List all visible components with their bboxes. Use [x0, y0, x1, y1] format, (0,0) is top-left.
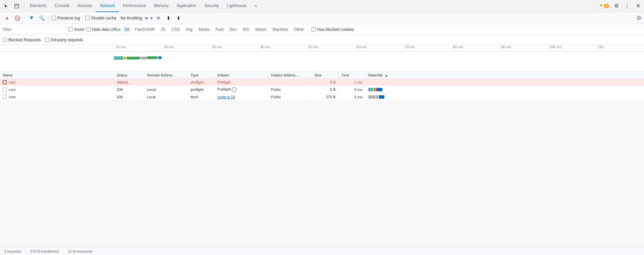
tick-60ms: 60 ms: [355, 45, 403, 49]
close-devtools-btn[interactable]: ✕: [633, 1, 643, 11]
table-row[interactable]: cors 200 Local preflight Preflight ↑ Pub…: [0, 86, 644, 94]
col-header-time[interactable]: Time: [338, 72, 365, 79]
filter-type-all[interactable]: All: [123, 27, 131, 33]
tab-application[interactable]: Application: [173, 0, 200, 12]
cell-init-addr-3: Public: [268, 94, 312, 101]
tab-memory[interactable]: Memory: [150, 0, 173, 12]
filter-type-font[interactable]: Font: [213, 27, 226, 33]
blocked-requests-checkbox[interactable]: [3, 38, 7, 42]
tab-security[interactable]: Security: [200, 0, 223, 12]
checkbox-square-icon2: [3, 95, 7, 99]
filter-bar2: Blocked Requests 3rd-party requests: [0, 35, 644, 45]
initiator-link[interactable]: script.js:19: [217, 95, 235, 99]
col-header-status[interactable]: Status: [114, 72, 144, 79]
cursor-icon-btn[interactable]: [1, 1, 11, 11]
cell-status-1: (failed)…: [114, 79, 144, 86]
timeline-bar-group1: [114, 56, 147, 60]
filter-sep1: [66, 27, 66, 33]
preflight-refresh-icon: ↑: [232, 87, 237, 92]
third-party-label[interactable]: 3rd-party requests: [45, 38, 83, 42]
cell-status-2: 200: [114, 86, 144, 94]
filter-type-doc[interactable]: Doc: [228, 27, 239, 33]
tick-80ms: 80 ms: [451, 45, 500, 49]
tick-40ms: 40 ms: [258, 45, 307, 49]
col-header-type[interactable]: Type: [188, 72, 214, 79]
invert-checkbox[interactable]: [69, 27, 73, 32]
sep1: [24, 15, 24, 21]
table-wrapper: Name Status Remote Addres… Type Initiato…: [0, 72, 644, 223]
hide-data-urls-label[interactable]: Hide data URLs: [86, 27, 121, 32]
clear-btn[interactable]: 🚫: [13, 14, 21, 22]
cell-remote-2: Local: [144, 86, 188, 94]
filter-type-css[interactable]: CSS: [170, 27, 182, 33]
settings-icon-btn[interactable]: ⚙: [612, 1, 621, 11]
download-icon-btn[interactable]: ⬇: [174, 14, 183, 22]
dock-icon-btn[interactable]: [12, 1, 21, 11]
throttle-select[interactable]: No throttling: [118, 15, 149, 21]
filter-type-ws[interactable]: WS: [241, 27, 251, 33]
cell-initiator-3: script.js:19: [214, 94, 268, 101]
blocked-cookies-label[interactable]: Has blocked cookies: [312, 27, 354, 32]
more-options-btn[interactable]: ⋮: [623, 1, 632, 11]
table-row[interactable]: cors 200 Local fetch script.js:19 Public…: [0, 94, 644, 101]
network-settings-icon[interactable]: ⚙: [637, 15, 641, 21]
tick-70ms: 70 ms: [403, 45, 451, 49]
upload-icon-btn[interactable]: ⬆: [164, 14, 173, 22]
table-row[interactable]: cors (failed)… preflight Preflight 0 B 1…: [0, 79, 644, 86]
tab-bar: Elements Console Sources Network Perform…: [0, 0, 644, 12]
tab-sources[interactable]: Sources: [73, 0, 96, 12]
filter-type-media[interactable]: Media: [196, 27, 211, 33]
wf-orange-bar: [374, 88, 376, 91]
tick-100ms: 100 ms: [548, 45, 596, 49]
network-table: Name Status Remote Addres… Type Initiato…: [0, 72, 644, 101]
blocked-requests-label[interactable]: Blocked Requests: [3, 38, 41, 42]
badge-btn[interactable]: ⚑ 2: [598, 1, 610, 11]
cell-name-3: cors: [0, 94, 114, 101]
cell-type-3: fetch: [188, 94, 214, 101]
tab-lighthouse[interactable]: Lighthouse: [223, 0, 251, 12]
blocked-cookies-checkbox[interactable]: [312, 27, 316, 32]
header-row: Name Status Remote Addres… Type Initiato…: [0, 72, 644, 79]
preserve-log-checkbox[interactable]: [52, 16, 56, 20]
third-party-checkbox[interactable]: [45, 38, 49, 42]
tab-network[interactable]: Network: [96, 0, 119, 12]
cell-remote-1: [144, 79, 188, 86]
filter-type-wasm[interactable]: Wasm: [253, 27, 269, 33]
cell-size-2: 0 B: [312, 86, 338, 94]
filter-type-fetch-xhr[interactable]: Fetch/XHR: [133, 27, 157, 33]
timeline-bar-group2: [147, 56, 162, 59]
tick-10ms: 10 ms: [114, 45, 162, 49]
col-header-initiator[interactable]: Initiator: [214, 72, 268, 79]
tab-console[interactable]: Console: [51, 0, 73, 12]
tab-more[interactable]: »: [251, 0, 261, 12]
filter-input[interactable]: [3, 27, 63, 32]
filter-icon-btn[interactable]: [27, 14, 36, 22]
svg-rect-0: [15, 4, 19, 8]
invert-label[interactable]: Invert: [69, 27, 84, 32]
filter-type-other[interactable]: Other: [292, 27, 306, 33]
tab-performance[interactable]: Performance: [119, 0, 150, 12]
filter-type-js[interactable]: JS: [159, 27, 168, 33]
filter-type-manifest[interactable]: Manifest: [270, 27, 289, 33]
tab-elements[interactable]: Elements: [26, 0, 51, 12]
timeline-bar-blue2: [158, 56, 162, 59]
throttle-dropdown-icon[interactable]: ▾: [150, 15, 153, 21]
wifi-icon-btn[interactable]: [154, 14, 163, 22]
record-btn[interactable]: ●: [3, 14, 11, 22]
search-icon-btn[interactable]: 🔍: [37, 14, 46, 22]
col-header-name[interactable]: Name: [0, 72, 114, 79]
hide-data-urls-text: Hide data URLs: [92, 27, 121, 32]
disable-cache-label[interactable]: Disable cache: [85, 16, 116, 20]
tick-110: 110: [596, 45, 644, 49]
row2-name: cors: [9, 88, 16, 92]
preserve-log-text: Preserve log: [57, 16, 80, 20]
preserve-log-label[interactable]: Preserve log: [52, 16, 80, 20]
cell-waterfall-2: [365, 86, 644, 94]
disable-cache-checkbox[interactable]: [85, 16, 90, 20]
col-header-init-addr[interactable]: Initiator Addres…: [268, 72, 312, 79]
col-header-remote[interactable]: Remote Addres…: [144, 72, 188, 79]
filter-type-img[interactable]: Img: [184, 27, 194, 33]
col-header-waterfall[interactable]: Waterfall ▲: [365, 72, 644, 79]
hide-data-urls-checkbox[interactable]: [86, 27, 91, 32]
col-header-size[interactable]: Size: [312, 72, 338, 79]
